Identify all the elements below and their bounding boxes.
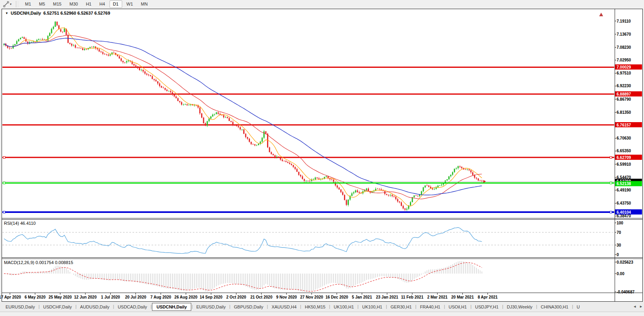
tab-separator: |	[571, 304, 573, 309]
axis-label: 20 Jul 2020	[125, 295, 146, 299]
axis-label: 7.19110	[617, 19, 631, 23]
axis-label: 0.00	[617, 272, 625, 276]
tab-usdcnh-daily[interactable]: USDCNH,Daily	[152, 303, 191, 311]
tab-separator: |	[415, 304, 417, 309]
axis-label: 70	[617, 230, 621, 235]
line-handle[interactable]	[3, 182, 5, 184]
axis-label: 12 Jun 2020	[74, 295, 97, 299]
axis-label: 7.08230	[617, 45, 631, 50]
axis-label: 0	[617, 253, 619, 257]
line-handle[interactable]	[610, 157, 612, 159]
axis-label: 27 Nov 2020	[300, 295, 323, 299]
axis-label: 6.70630	[617, 136, 631, 140]
tab-separator: |	[502, 304, 504, 309]
tab-fra40-h1[interactable]: FRA40,H1	[417, 303, 443, 311]
tab-separator: |	[385, 304, 387, 309]
axis-label: 2 Oct 2020	[226, 295, 246, 299]
tab-separator: |	[113, 304, 115, 309]
tab-separator: |	[329, 304, 331, 309]
line-handle[interactable]	[610, 211, 612, 213]
rsi-label: RSI(14) 46.4110	[4, 221, 36, 226]
axis-label: 6.62709	[617, 155, 631, 160]
axis-label: 6.81350	[617, 110, 631, 115]
timeframe-button-m1[interactable]: M1	[21, 0, 35, 8]
axis-label: 6.92230	[617, 84, 631, 88]
line-handle[interactable]	[3, 211, 5, 213]
tab-ger30-h1[interactable]: GER30,H1	[387, 303, 415, 311]
tab-uk100-h1[interactable]: UK100,H1	[331, 303, 357, 311]
tab-separator: |	[150, 304, 152, 309]
tab-audusd-daily[interactable]: AUDUSD,Daily	[77, 303, 113, 311]
tab-separator: |	[38, 304, 40, 309]
axis-label: 6 May 2020	[25, 295, 46, 299]
chart-ohlc-values: 6.52751 6.52960 6.52637 6.52769	[43, 11, 110, 15]
axis-label: 6.38470	[617, 214, 631, 218]
cursor-tool-button[interactable]: ▾	[2, 0, 13, 8]
axis-label: 6.65350	[617, 149, 631, 153]
top-toolbar: ▾ M1M5M15M30H1H4D1W1MN	[0, 0, 644, 8]
axis-label: 6.88897	[617, 92, 631, 96]
axis-label: 6.76157	[617, 123, 631, 127]
tab-separator: |	[191, 304, 193, 309]
axis-label: 7 Aug 2020	[150, 295, 171, 299]
timeframe-button-m30[interactable]: M30	[66, 0, 81, 8]
dropdown-caret-icon[interactable]: ▾	[10, 3, 12, 6]
tab-usoil-h1[interactable]: USOil,H1	[446, 303, 470, 311]
axis-label: 6.59910	[617, 162, 631, 167]
tab-scroll-left-icon[interactable]: ◄	[633, 304, 636, 309]
timeframe-button-m5[interactable]: M5	[35, 0, 48, 8]
axis-label: 6.40104	[617, 210, 631, 214]
axis-label: 17 Apr 2020	[0, 295, 21, 299]
axis-label: 6.97510	[617, 71, 631, 75]
tab-uk100-h1[interactable]: UK100,H1	[359, 303, 386, 311]
tab-u[interactable]: U	[573, 303, 583, 311]
line-handle[interactable]	[3, 157, 5, 159]
tab-xauusd-h4[interactable]: XAUUSD,H4	[268, 303, 300, 311]
timeframe-button-h4[interactable]: H4	[96, 0, 108, 8]
axis-label: 16 Dec 2020	[325, 295, 348, 299]
axis-label: 23 Jan 2021	[376, 295, 398, 299]
tab-gbpusd-daily[interactable]: GBPUSD,Daily	[231, 303, 267, 311]
tab-usdchf-daily[interactable]: USDCHF,Daily	[40, 303, 75, 311]
axis-label: 7.00029	[617, 65, 631, 69]
chart-title: ▼ USDCNH,Daily 6.52751 6.52960 6.52637 6…	[5, 11, 110, 15]
tab-scroll-right-icon[interactable]: ►	[639, 304, 643, 309]
timeframe-button-m15[interactable]: M15	[50, 0, 65, 8]
axis-label: 21 Oct 2020	[250, 295, 273, 299]
tab-separator: |	[300, 304, 302, 309]
axis-label: -0.040687	[617, 290, 634, 294]
axis-label: 11 Feb 2021	[401, 295, 424, 299]
axis-label: 14 Sep 2020	[200, 295, 223, 299]
axis-label: 6.43750	[617, 201, 631, 205]
tab-dj30-weekly[interactable]: DJ30,Weekly	[504, 303, 536, 311]
timeframe-button-d1[interactable]: D1	[110, 0, 122, 8]
axis-label: 9 Nov 2020	[276, 295, 297, 299]
timeframe-button-h1[interactable]: H1	[82, 0, 95, 8]
tab-eurusd-daily[interactable]: EURUSD,Daily	[2, 303, 38, 311]
tab-usdcad-daily[interactable]: USDCAD,Daily	[115, 303, 150, 311]
axis-label: 30	[617, 243, 621, 247]
tab-eurusd-daily[interactable]: EURUSD,Daily	[193, 303, 229, 311]
timeframe-button-mn[interactable]: MN	[137, 0, 151, 8]
status-bar	[0, 312, 644, 316]
axis-label: 0.025623	[617, 260, 633, 264]
toolbar-grip[interactable]	[16, 1, 18, 7]
axis-label: 7.13670	[617, 32, 631, 36]
axis-label: 1 Jul 2020	[101, 295, 120, 299]
cursor-tool-icon	[3, 1, 9, 7]
macd-label: MACD(12,26,9) 0.001754 0.008815	[4, 260, 73, 265]
axis-label: 2 Mar 2021	[427, 295, 448, 299]
timeframe-buttons: M1M5M15M30H1H4D1W1MN	[21, 0, 152, 8]
tab-hk50-m15[interactable]: HK50,M15	[302, 303, 329, 311]
tab-china300-h1[interactable]: CHINA300,H1	[538, 303, 572, 311]
tab-usdjpy-h1[interactable]: USDJPY,H1	[472, 303, 502, 311]
axis-label: 6.52138	[617, 182, 631, 186]
collapse-arrow-icon[interactable]: ▼	[5, 11, 8, 15]
tab-separator: |	[536, 304, 538, 309]
tab-separator: |	[75, 304, 77, 309]
timeframe-button-w1[interactable]: W1	[123, 0, 137, 8]
tab-scroll-arrows: ◄ ►	[631, 304, 643, 309]
line-handle[interactable]	[610, 182, 612, 184]
axis-label: 100	[617, 221, 623, 225]
cursor-tool-group: ▾	[0, 0, 15, 8]
